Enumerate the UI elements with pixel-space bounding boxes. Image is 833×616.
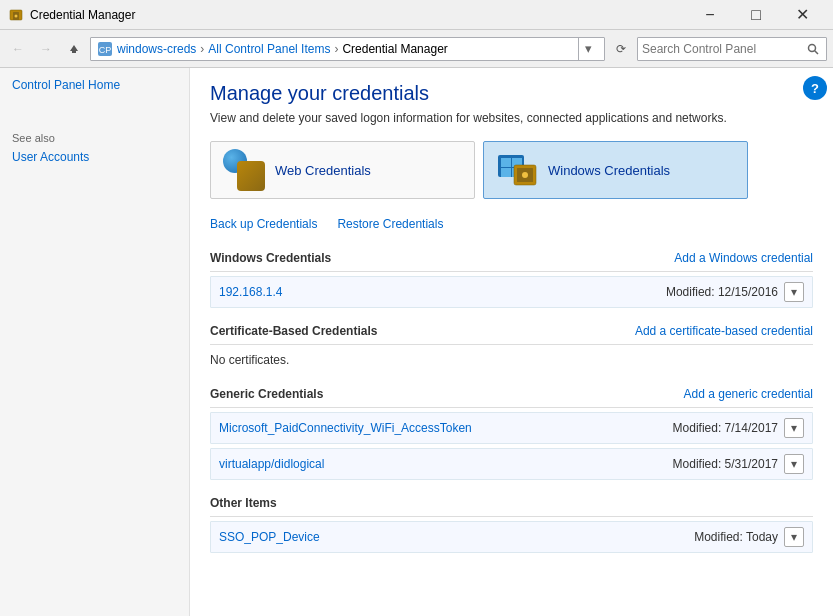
address-bar: ← → CP windows-creds › All Control Panel… bbox=[0, 30, 833, 68]
content-area: Manage your credentials View and delete … bbox=[190, 68, 833, 616]
windows-cred-expand-0[interactable]: ▾ bbox=[784, 282, 804, 302]
other-item-name-0[interactable]: SSO_POP_Device bbox=[219, 530, 320, 544]
breadcrumb-control-panel[interactable]: windows-creds bbox=[117, 42, 196, 56]
action-links: Back up Credentials Restore Credentials bbox=[210, 217, 813, 231]
generic-cred-modified-1: Modified: 5/31/2017 ▾ bbox=[673, 454, 804, 474]
user-accounts-link[interactable]: User Accounts bbox=[12, 150, 177, 164]
cert-creds-title: Certificate-Based Credentials bbox=[210, 324, 377, 338]
control-panel-home-link[interactable]: Control Panel Home bbox=[12, 78, 177, 92]
other-items-header: Other Items bbox=[210, 490, 813, 516]
other-item-expand-0[interactable]: ▾ bbox=[784, 527, 804, 547]
windows-cred-icon bbox=[496, 149, 538, 191]
restore-credentials-link[interactable]: Restore Credentials bbox=[337, 217, 443, 231]
windows-credentials-label: Windows Credentials bbox=[548, 163, 670, 178]
svg-line-6 bbox=[815, 50, 819, 54]
svg-point-2 bbox=[15, 14, 18, 17]
windows-cred-row-0[interactable]: 192.168.1.4 Modified: 12/15/2016 ▾ bbox=[210, 276, 813, 308]
breadcrumb-all-items[interactable]: All Control Panel Items bbox=[208, 42, 330, 56]
windows-creds-title: Windows Credentials bbox=[210, 251, 331, 265]
web-credentials-label: Web Credentials bbox=[275, 163, 371, 178]
generic-cred-expand-1[interactable]: ▾ bbox=[784, 454, 804, 474]
windows-cred-name-0[interactable]: 192.168.1.4 bbox=[219, 285, 282, 299]
svg-text:CP: CP bbox=[99, 45, 112, 55]
see-also-label: See also bbox=[12, 132, 177, 144]
generic-cred-row-0[interactable]: Microsoft_PaidConnectivity_WiFi_AccessTo… bbox=[210, 412, 813, 444]
forward-button[interactable]: → bbox=[34, 37, 58, 61]
generic-cred-row-1[interactable]: virtualapp/didlogical Modified: 5/31/201… bbox=[210, 448, 813, 480]
web-cred-icon bbox=[223, 149, 265, 191]
generic-cred-modified-0: Modified: 7/14/2017 ▾ bbox=[673, 418, 804, 438]
search-input[interactable] bbox=[642, 42, 804, 56]
windows-credentials-tab[interactable]: Windows Credentials bbox=[483, 141, 748, 199]
back-button[interactable]: ← bbox=[6, 37, 30, 61]
breadcrumb-sep-1: › bbox=[200, 42, 204, 56]
title-bar: Credential Manager − □ ✕ bbox=[0, 0, 833, 30]
main-area: Control Panel Home See also User Account… bbox=[0, 68, 833, 616]
breadcrumb-icon: CP bbox=[97, 41, 117, 57]
other-items-section: Other Items bbox=[210, 490, 813, 517]
cert-creds-header: Certificate-Based Credentials Add a cert… bbox=[210, 318, 813, 344]
close-button[interactable]: ✕ bbox=[779, 0, 825, 30]
svg-point-14 bbox=[522, 172, 528, 178]
title-bar-title: Credential Manager bbox=[30, 8, 687, 22]
up-button[interactable] bbox=[62, 37, 86, 61]
add-windows-credential-link[interactable]: Add a Windows credential bbox=[674, 251, 813, 265]
add-generic-credential-link[interactable]: Add a generic credential bbox=[684, 387, 813, 401]
refresh-button[interactable]: ⟳ bbox=[609, 37, 633, 61]
backup-credentials-link[interactable]: Back up Credentials bbox=[210, 217, 317, 231]
add-cert-credential-link[interactable]: Add a certificate-based credential bbox=[635, 324, 813, 338]
search-box bbox=[637, 37, 827, 61]
app-icon bbox=[8, 7, 24, 23]
svg-rect-10 bbox=[501, 168, 511, 177]
generic-creds-title: Generic Credentials bbox=[210, 387, 323, 401]
breadcrumb-sep-2: › bbox=[334, 42, 338, 56]
windows-cred-modified-0: Modified: 12/15/2016 ▾ bbox=[666, 282, 804, 302]
cert-credentials-section: Certificate-Based Credentials Add a cert… bbox=[210, 318, 813, 345]
other-items-title: Other Items bbox=[210, 496, 277, 510]
sidebar: Control Panel Home See also User Account… bbox=[0, 68, 190, 616]
generic-cred-name-1[interactable]: virtualapp/didlogical bbox=[219, 457, 324, 471]
web-credentials-tab[interactable]: Web Credentials bbox=[210, 141, 475, 199]
maximize-button[interactable]: □ bbox=[733, 0, 779, 30]
generic-cred-name-0[interactable]: Microsoft_PaidConnectivity_WiFi_AccessTo… bbox=[219, 421, 472, 435]
svg-point-5 bbox=[809, 44, 816, 51]
search-button[interactable] bbox=[804, 40, 822, 58]
minimize-button[interactable]: − bbox=[687, 0, 733, 30]
breadcrumb-dropdown[interactable]: ▾ bbox=[578, 37, 598, 61]
other-item-modified-0: Modified: Today ▾ bbox=[694, 527, 804, 547]
help-button[interactable]: ? bbox=[803, 76, 827, 100]
windows-creds-header: Windows Credentials Add a Windows creden… bbox=[210, 245, 813, 271]
other-item-row-0[interactable]: SSO_POP_Device Modified: Today ▾ bbox=[210, 521, 813, 553]
generic-cred-expand-0[interactable]: ▾ bbox=[784, 418, 804, 438]
breadcrumb: CP windows-creds › All Control Panel Ite… bbox=[90, 37, 605, 61]
svg-rect-8 bbox=[501, 158, 511, 167]
generic-credentials-section: Generic Credentials Add a generic creden… bbox=[210, 381, 813, 408]
windows-credentials-section: Windows Credentials Add a Windows creden… bbox=[210, 245, 813, 272]
credential-tabs: Web Credentials Windows Cre bbox=[210, 141, 813, 199]
page-description: View and delete your saved logon informa… bbox=[210, 111, 813, 125]
no-certs-message: No certificates. bbox=[210, 349, 813, 375]
generic-creds-header: Generic Credentials Add a generic creden… bbox=[210, 381, 813, 407]
window-controls: − □ ✕ bbox=[687, 0, 825, 30]
breadcrumb-current: Credential Manager bbox=[342, 42, 447, 56]
page-title: Manage your credentials bbox=[210, 82, 813, 105]
